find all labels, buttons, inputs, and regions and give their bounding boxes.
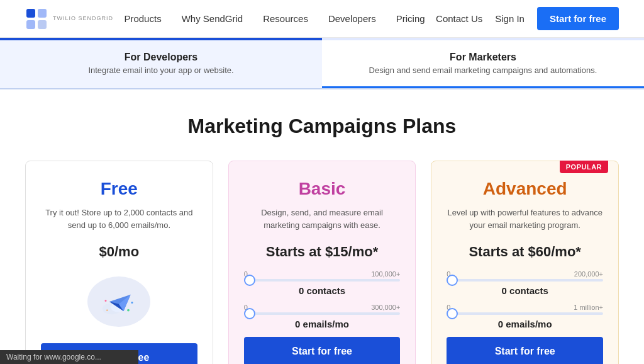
nav-why-sendgrid[interactable]: Why SendGrid xyxy=(182,13,243,24)
popular-badge: POPULAR xyxy=(560,161,608,173)
advanced-contacts-value: 0 contacts xyxy=(447,285,603,296)
nav-resources[interactable]: Resources xyxy=(263,13,308,24)
basic-emails-labels: 0 300,000+ xyxy=(244,304,401,311)
logo[interactable]: Twilio SendGrid xyxy=(25,8,113,30)
svg-point-12 xyxy=(106,309,108,310)
plan-price-basic: Starts at $15/mo* xyxy=(244,244,401,260)
advanced-slider1-thumb[interactable] xyxy=(447,275,458,286)
advanced-emails-value: 0 emails/mo xyxy=(447,319,603,329)
nav-signin[interactable]: Sign In xyxy=(495,13,525,24)
status-bar: Waiting for www.google.co... xyxy=(0,350,138,364)
advanced-slider2-thumb[interactable] xyxy=(447,308,458,319)
section-title: Marketing Campaigns Plans xyxy=(25,115,619,138)
plan-desc-basic: Design, send, and measure email marketin… xyxy=(244,207,401,231)
basic-emails-value: 0 emails/mo xyxy=(244,319,401,329)
advanced-emails-labels: 0 1 million+ xyxy=(447,304,603,311)
basic-slider1-track xyxy=(244,279,401,282)
navbar: Twilio SendGrid Products Why SendGrid Re… xyxy=(0,0,644,38)
plan-card-basic: Basic Design, send, and measure email ma… xyxy=(228,161,416,364)
tab-developers[interactable]: For Developers Integrate email into your… xyxy=(0,40,322,88)
advanced-emails-slider-section: 0 1 million+ 0 emails/mo xyxy=(447,304,603,329)
tab-bar: For Developers Integrate email into your… xyxy=(0,40,644,89)
plan-desc-free: Try it out! Store up to 2,000 contacts a… xyxy=(41,207,197,231)
svg-rect-2 xyxy=(26,20,35,29)
svg-point-10 xyxy=(131,302,133,304)
basic-slider1-thumb[interactable] xyxy=(244,275,255,286)
tab-marketers[interactable]: For Marketers Design and send email mark… xyxy=(322,40,644,88)
plan-desc-advanced: Level up with powerful features to advan… xyxy=(447,207,603,231)
nav-products[interactable]: Products xyxy=(124,13,161,24)
plane-illustration xyxy=(41,270,197,333)
basic-contacts-slider-section: 0 100,000+ 0 contacts xyxy=(244,270,401,296)
nav-pricing[interactable]: Pricing xyxy=(396,13,425,24)
advanced-slider1-track xyxy=(447,279,603,282)
status-text: Waiting for www.google.co... xyxy=(6,353,101,361)
plan-price-advanced: Starts at $60/mo* xyxy=(447,244,603,260)
basic-contacts-labels: 0 100,000+ xyxy=(244,270,401,278)
tab-developers-title: For Developers xyxy=(13,52,309,63)
basic-slider2-max: 300,000+ xyxy=(371,304,400,311)
tab-marketers-subtitle: Design and send email marketing campaign… xyxy=(335,65,631,75)
basic-emails-slider-section: 0 300,000+ 0 emails/mo xyxy=(244,304,401,329)
plan-card-free: Free Try it out! Store up to 2,000 conta… xyxy=(25,161,213,364)
basic-slider2-thumb[interactable] xyxy=(244,308,255,319)
main-content: Marketing Campaigns Plans Free Try it ou… xyxy=(0,89,644,364)
basic-slider2-track xyxy=(244,312,401,315)
nav-links: Products Why SendGrid Resources Develope… xyxy=(124,13,425,24)
tab-marketers-title: For Marketers xyxy=(335,52,631,63)
plan-name-free: Free xyxy=(41,179,197,199)
nav-right: Contact Us Sign In Start for free xyxy=(436,7,619,30)
svg-rect-1 xyxy=(38,9,47,18)
plans-container: Free Try it out! Store up to 2,000 conta… xyxy=(25,161,619,364)
advanced-slider2-max: 1 million+ xyxy=(574,304,603,311)
plan-card-advanced: POPULAR Advanced Level up with powerful … xyxy=(431,161,619,364)
advanced-contacts-slider-section: 0 200,000+ 0 contacts xyxy=(447,270,603,296)
basic-slider1-max: 100,000+ xyxy=(371,270,400,278)
tab-developers-subtitle: Integrate email into your app or website… xyxy=(13,65,309,75)
nav-contact[interactable]: Contact Us xyxy=(436,13,482,24)
nav-cta-button[interactable]: Start for free xyxy=(537,7,619,30)
svg-point-9 xyxy=(105,300,107,302)
nav-developers[interactable]: Developers xyxy=(328,13,376,24)
plan-name-advanced: Advanced xyxy=(447,179,603,199)
advanced-slider1-max: 200,000+ xyxy=(574,270,603,278)
svg-rect-3 xyxy=(38,20,47,29)
advanced-cta-button[interactable]: Start for free xyxy=(447,337,603,364)
brand-parent: Twilio SendGrid xyxy=(53,16,113,22)
basic-cta-button[interactable]: Start for free xyxy=(244,337,401,364)
basic-contacts-value: 0 contacts xyxy=(244,285,401,296)
plan-name-basic: Basic xyxy=(244,179,401,199)
svg-rect-0 xyxy=(26,9,35,18)
advanced-contacts-labels: 0 200,000+ xyxy=(447,270,603,278)
svg-point-11 xyxy=(127,309,130,312)
logo-icon xyxy=(25,8,48,30)
advanced-slider2-track xyxy=(447,312,603,315)
plan-price-free: $0/mo xyxy=(41,244,197,260)
paper-plane-icon xyxy=(100,286,138,317)
plane-bg xyxy=(87,276,150,327)
